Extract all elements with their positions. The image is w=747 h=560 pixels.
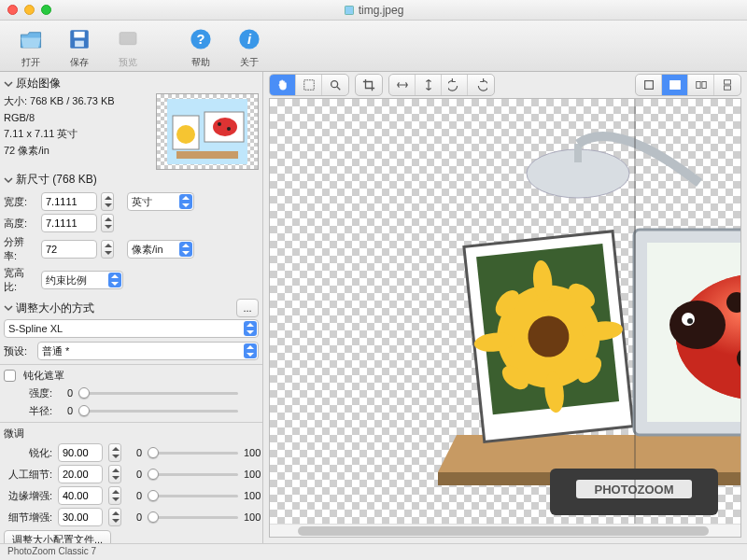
window-title: timg.jpeg [0,4,747,17]
height-label: 高度: [4,217,37,231]
detail-slider[interactable] [148,467,238,482]
sharpen-label: 锐化: [4,446,52,460]
new-size-header-label: 新尺寸 (768 KB) [16,172,97,188]
open-button[interactable]: 打开 [9,24,52,69]
main-toolbar: 打开 保存 预览 ? 帮助 i 关于 [0,21,747,72]
resize-profile-button[interactable]: 调整大小配置文件... [4,530,111,543]
fine-input[interactable] [58,508,103,526]
original-image-header[interactable]: 原始图像 [4,74,259,93]
rotate-right-button[interactable] [468,75,494,95]
resize-method-select[interactable]: S-Spline XL [4,319,259,338]
width-input[interactable] [41,192,97,211]
sharpen-input[interactable] [58,443,103,462]
svg-point-11 [176,125,195,144]
statusbar: PhotoZoom Classic 7 [0,543,747,560]
svg-rect-3 [75,41,84,48]
resize-more-button[interactable]: ... [236,299,259,317]
view-sidebyside-button[interactable] [688,75,714,95]
height-input[interactable] [41,214,97,232]
height-stepper[interactable] [101,214,114,232]
sidebar: 原始图像 大小: 768 KB / 36.73 KB RGB/8 7.11 x … [0,72,263,543]
radius-label: 半径: [4,404,52,418]
help-button[interactable]: ? 帮助 [179,24,222,69]
select-arrows-icon [244,321,257,336]
rotate-left-icon [448,78,461,91]
resolution-unit-select[interactable]: 像素/in [127,240,194,259]
svg-rect-20 [644,81,653,90]
preset-select[interactable]: 普通 * [37,342,259,360]
edge-right-val: 100 [244,490,259,501]
strength-slider[interactable] [78,385,238,400]
view-split-button[interactable] [662,75,688,95]
edge-slider[interactable] [148,488,238,503]
zoom-tool-button[interactable] [322,75,348,95]
strength-label: 强度: [4,386,52,400]
unsharp-mask-checkbox[interactable] [4,370,16,382]
disclosure-triangle-icon[interactable] [4,303,13,313]
svg-rect-16 [176,151,238,159]
svg-rect-24 [701,82,705,89]
hand-tool-button[interactable] [270,75,296,95]
horizontal-scrollbar[interactable] [270,524,740,537]
aspect-label: 宽高比: [4,266,37,294]
floppy-save-icon [67,27,92,51]
sharpen-stepper[interactable] [108,443,121,462]
sharpen-slider[interactable] [148,445,238,460]
open-label: 打开 [21,56,40,69]
width-stepper[interactable] [101,192,114,211]
radius-slider[interactable] [78,403,238,418]
single-view-icon [642,78,655,91]
split-divider[interactable] [634,99,636,524]
sharpen-right-val: 100 [244,447,259,458]
disclosure-triangle-icon[interactable] [4,79,13,89]
edge-stepper[interactable] [108,486,121,505]
preview-button: 预览 [106,24,149,69]
magnifier-icon [329,78,342,91]
disclosure-triangle-icon[interactable] [4,175,13,185]
select-arrows-icon [244,343,257,358]
preview-artwork: PHOTOZOOM [438,99,741,528]
crop-tool-button[interactable] [356,75,382,95]
aspect-value: 约束比例 [46,273,87,287]
resolution-input[interactable] [41,240,97,259]
about-button[interactable]: i 关于 [228,24,271,69]
edge-input[interactable] [58,486,103,505]
marquee-tool-button[interactable] [296,75,322,95]
detail-stepper[interactable] [108,465,121,483]
detail-label: 人工细节: [4,468,52,482]
flip-horizontal-button[interactable] [389,75,416,95]
orig-mode: RGB/8 [4,110,150,127]
flip-v-icon [422,78,435,91]
radius-left-val: 0 [58,405,73,416]
fine-label: 细节增强: [4,511,52,525]
view-stacked-button[interactable] [714,75,740,95]
new-size-header[interactable]: 新尺寸 (768 KB) [4,170,259,189]
fine-stepper[interactable] [108,508,121,526]
split-view-icon [669,78,682,91]
scrollbar-thumb[interactable] [298,526,709,536]
fine-right-val: 100 [244,511,259,523]
svg-rect-2 [74,32,84,38]
crop-icon [362,78,375,91]
unit-select[interactable]: 英寸 [127,192,194,211]
flip-vertical-button[interactable] [416,75,442,95]
preview-viewport[interactable]: PHOTOZOOM [269,98,741,538]
sharpen-left-val: 0 [127,447,142,458]
view-single-button[interactable] [636,75,662,95]
save-button[interactable]: 保存 [58,24,101,69]
original-thumbnail[interactable] [156,93,259,170]
detail-input[interactable] [58,465,103,483]
edge-left-val: 0 [127,490,142,501]
hand-icon [276,78,289,91]
resolution-stepper[interactable] [101,240,114,259]
file-icon [344,5,355,16]
rotate-left-button[interactable] [442,75,468,95]
aspect-select[interactable]: 约束比例 [41,271,123,289]
marquee-icon [303,78,316,91]
svg-point-51 [669,301,726,349]
resize-method-header[interactable]: 调整大小的方式 ... [4,297,259,319]
orig-resolution: 72 像素/in [4,143,150,160]
fine-slider[interactable] [148,510,238,525]
resize-method-value: S-Spline XL [8,323,63,334]
resolution-unit-value: 像素/in [132,243,163,257]
